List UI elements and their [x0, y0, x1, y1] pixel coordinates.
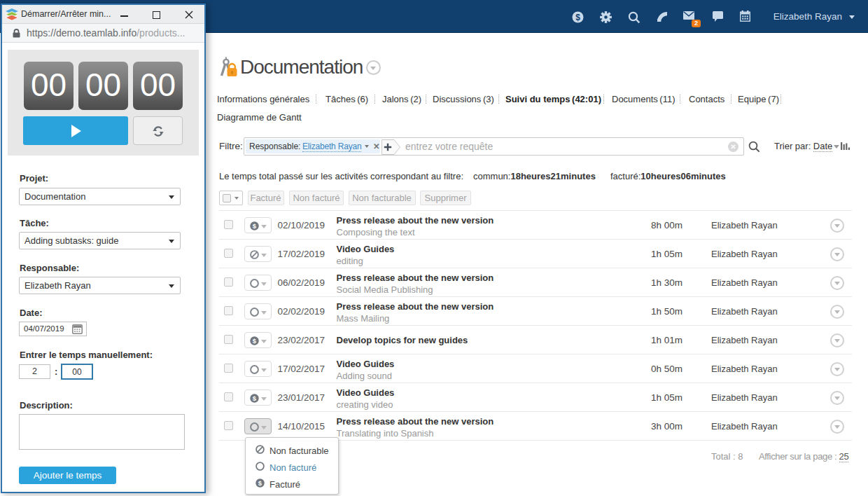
svg-text:$: $: [253, 222, 257, 230]
svg-text:$: $: [575, 13, 580, 22]
svg-text:$: $: [258, 479, 262, 487]
svg-text:$: $: [253, 337, 257, 345]
svg-text:$: $: [253, 394, 257, 402]
